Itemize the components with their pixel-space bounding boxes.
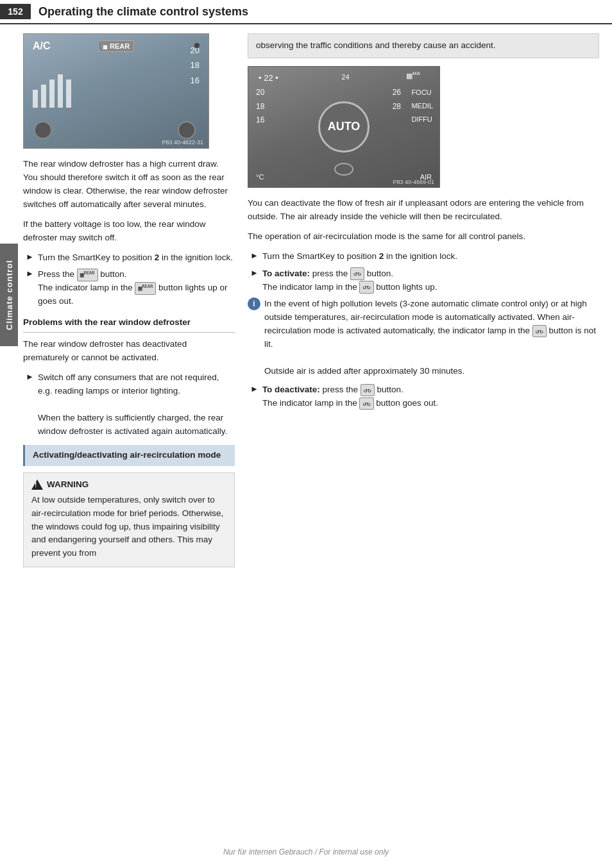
info-item: i In the event of high pollution levels … xyxy=(248,297,599,378)
section-divider xyxy=(23,332,235,333)
sidebar-climate-label: Climate control xyxy=(0,244,18,346)
auto-temp-top-row: 24 xyxy=(341,73,349,81)
warning-text: At low outside temperatures, only switch… xyxy=(31,494,226,561)
right-bullet-arrow2: ► xyxy=(250,268,259,278)
air-recirculation-title: Activating/deactivating air-recirculatio… xyxy=(33,450,227,460)
rear-button-icon: ▦REAR xyxy=(77,269,98,281)
dot-indicator xyxy=(194,43,200,48)
auto-circle: AUTO xyxy=(318,101,370,153)
recirculation-button-icon2: ↺↻ xyxy=(359,281,373,294)
problems-text: The rear window defroster has deactivate… xyxy=(23,338,235,365)
ac-label: A/C xyxy=(33,40,51,52)
auto-left-temps: 201816 xyxy=(256,86,264,128)
auto-celsius: °C xyxy=(256,173,264,181)
auto-climate-image: • 22 • 24 ▦MA 201816 AUTO FOCUMEDILDIFFU… xyxy=(248,66,440,188)
auto-temp-22: • 22 • xyxy=(259,73,278,83)
warning-triangle-icon xyxy=(31,480,43,490)
rear-label: ▦ REAR xyxy=(98,40,134,52)
right-bullet3: ► To deactivate: press the ↺↻ button. Th… xyxy=(248,383,599,410)
auto-right-temps: 2628 xyxy=(393,86,401,113)
left-bullet2: ► Press the ▦REAR button. The indicator … xyxy=(23,268,235,308)
warning-label: WARNING xyxy=(47,480,89,489)
right-column: observing the traffic conditions and the… xyxy=(248,33,599,574)
info-circle-icon: i xyxy=(248,297,260,310)
rear-button-icon2: ▦REAR xyxy=(135,282,156,295)
header: 152 Operating the climate control system… xyxy=(0,0,612,24)
left-body-text2: If the battery voltage is too low, the r… xyxy=(23,218,235,245)
left-bullet1: ► Turn the SmartKey to position 2 in the… xyxy=(23,251,235,265)
right-body-text1: You can deactivate the flow of fresh air… xyxy=(248,197,599,224)
header-title: Operating the climate control systems xyxy=(38,5,248,19)
continued-warning-text: observing the traffic conditions and the… xyxy=(256,39,591,53)
page-number: 152 xyxy=(0,4,31,19)
auto-icon-rear: ▦MA xyxy=(406,71,420,80)
left-bullet3-text: Switch off any consumers that are not re… xyxy=(38,371,235,438)
right-bullet3-text: To deactivate: press the ↺↻ button. The … xyxy=(262,383,438,410)
bullet-arrow1: ► xyxy=(26,252,34,262)
auto-climate-graphic: • 22 • 24 ▦MA 201816 AUTO FOCUMEDILDIFFU… xyxy=(248,67,439,187)
right-body-text2: The operation of air-recirculation mode … xyxy=(248,230,599,244)
panel-bars xyxy=(33,74,71,108)
right-bullet-arrow3: ► xyxy=(250,384,259,394)
left-bullet1-text: Turn the SmartKey to position 2 in the i… xyxy=(38,251,233,265)
warning-box: WARNING At low outside temperatures, onl… xyxy=(23,472,235,568)
left-bullet3: ► Switch off any consumers that are not … xyxy=(23,371,235,438)
right-bullet2-text: To activate: press the ↺↻ button. The in… xyxy=(262,267,438,294)
ac-panel-graphic: A/C ▦ REAR 201816 P83 40-46 xyxy=(24,34,208,148)
ac-panel-image: A/C ▦ REAR 201816 P83 40-46 xyxy=(23,33,209,149)
right-bullet2: ► To activate: press the ↺↻ button. The … xyxy=(248,267,599,294)
warning-header: WARNING xyxy=(31,480,226,490)
image1-caption: P83 40-4622-31 xyxy=(162,139,203,146)
steering-wheel-icon xyxy=(334,163,353,176)
recirculation-button-icon4: ↺↻ xyxy=(361,384,375,397)
recirculation-button-icon3: ↺↻ xyxy=(532,325,547,338)
right-bullet1: ► Turn the SmartKey to position 2 in the… xyxy=(248,250,599,263)
recirculation-button-icon5: ↺↻ xyxy=(359,397,373,410)
info-text-content: In the event of high pollution levels (3… xyxy=(264,297,599,378)
bullet-arrow2: ► xyxy=(26,269,34,278)
right-bullet-arrow1: ► xyxy=(250,251,259,260)
temp-knob-left xyxy=(34,121,52,139)
continued-warning-box: observing the traffic conditions and the… xyxy=(248,33,599,58)
panel-temps: 201816 xyxy=(191,43,200,88)
left-bullet2-text: Press the ▦REAR button. The indicator la… xyxy=(38,268,235,308)
right-bullet1-text: Turn the SmartKey to position 2 in the i… xyxy=(262,250,457,263)
problems-section-heading: Problems with the rear window defroster xyxy=(23,317,235,327)
air-recirculation-box: Activating/deactivating air-recirculatio… xyxy=(23,445,235,466)
main-content: A/C ▦ REAR 201816 P83 40-46 xyxy=(0,24,612,583)
recirculation-button-icon1: ↺↻ xyxy=(350,267,364,280)
image2-caption: P83 40-4669-01 xyxy=(393,179,434,185)
footer: Nur für internen Gebrauch / For internal… xyxy=(0,847,612,856)
auto-right-labels: FOCUMEDILDIFFU xyxy=(411,86,433,126)
temp-knob-right xyxy=(178,121,196,139)
left-column: A/C ▦ REAR 201816 P83 40-46 xyxy=(23,33,235,574)
left-body-text1: The rear window defroster has a high cur… xyxy=(23,158,235,212)
bullet-arrow3: ► xyxy=(26,372,34,381)
footer-text: Nur für internen Gebrauch / For internal… xyxy=(223,847,389,856)
